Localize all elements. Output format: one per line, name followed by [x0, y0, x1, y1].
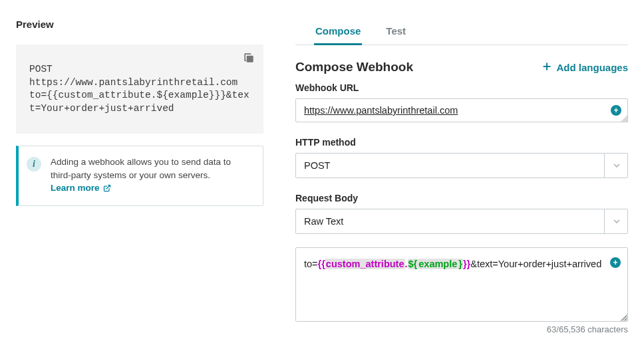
rb-attribute: custom_attribute — [325, 259, 405, 269]
section-header: Compose Webhook Add languages — [295, 60, 628, 74]
plus-icon — [542, 61, 552, 74]
webhook-url-input-wrap: + — [295, 98, 628, 122]
info-text-container: Adding a webhook allows you to send data… — [51, 156, 253, 196]
rb-example: example — [418, 259, 458, 269]
rb-example-close: } — [458, 259, 463, 269]
http-method-label: HTTP method — [295, 137, 628, 148]
rb-prefix: to= — [304, 259, 318, 269]
webhook-url-label: Webhook URL — [295, 82, 628, 93]
rb-dot: . — [405, 259, 408, 269]
http-method-select-wrap: POST — [295, 153, 628, 178]
tab-test[interactable]: Test — [386, 19, 406, 45]
section-title: Compose Webhook — [295, 60, 413, 74]
compose-panel: Compose Test Compose Webhook Add languag… — [295, 19, 628, 341]
external-link-icon — [103, 183, 111, 196]
character-count: 63/65,536 characters — [295, 324, 628, 334]
info-callout: i Adding a webhook allows you to send da… — [16, 146, 263, 206]
svg-rect-0 — [247, 56, 253, 62]
rb-example-open: ${ — [408, 259, 418, 269]
request-body-type-select-wrap: Raw Text — [295, 209, 628, 234]
learn-more-link[interactable]: Learn more — [51, 183, 111, 193]
request-body-content: to={{custom_attribute.${example}}}&text=… — [304, 259, 601, 269]
tabs: Compose Test — [295, 19, 628, 45]
request-body-type-select[interactable]: Raw Text — [295, 209, 628, 234]
learn-more-label: Learn more — [51, 183, 100, 193]
resize-handle-icon — [619, 313, 627, 321]
page-root: Preview POST https://www.pantslabyrinthr… — [0, 0, 644, 349]
tab-compose[interactable]: Compose — [315, 19, 361, 45]
preview-box: POST https://www.pantslabyrinthretail.co… — [16, 45, 263, 134]
preview-text: POST https://www.pantslabyrinthretail.co… — [29, 63, 250, 115]
info-icon: i — [27, 157, 41, 172]
webhook-url-input[interactable] — [295, 98, 628, 122]
rb-brace-close: }} — [463, 259, 470, 269]
preview-panel: Preview POST https://www.pantslabyrinthr… — [16, 19, 263, 341]
info-text: Adding a webhook allows you to send data… — [51, 157, 231, 180]
rb-brace-open: {{ — [318, 259, 325, 269]
rb-suffix: &text=Your+order+just+arrived — [470, 259, 601, 269]
http-method-select[interactable]: POST — [295, 153, 628, 178]
add-languages-button[interactable]: Add languages — [542, 61, 628, 74]
resize-handle-icon — [620, 114, 628, 122]
request-body-editor[interactable]: to={{custom_attribute.${example}}}&text=… — [295, 247, 628, 322]
request-body-label: Request Body — [295, 193, 628, 203]
preview-title: Preview — [16, 19, 263, 30]
add-personalization-icon[interactable]: + — [610, 257, 621, 268]
svg-line-1 — [106, 185, 110, 189]
copy-icon[interactable] — [242, 51, 255, 64]
add-languages-label: Add languages — [556, 62, 628, 73]
